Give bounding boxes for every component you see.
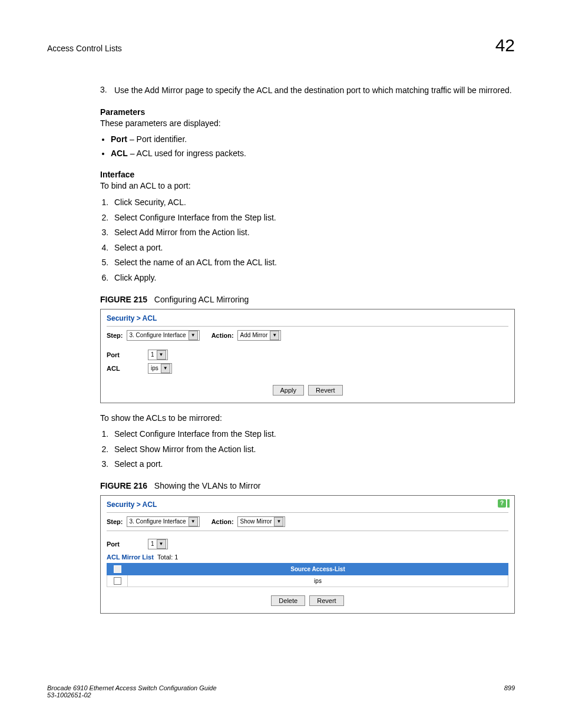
param-desc: – ACL used for ingress packets. [128, 149, 246, 158]
figure-216-panel: ? Security > ACL Step: 3. Configure Inte… [100, 495, 515, 614]
chevron-down-icon: ▼ [270, 331, 279, 340]
param-item: Port – Port identifier. [111, 134, 515, 146]
list-total: Total: 1 [157, 554, 178, 561]
chapter-number: 42 [495, 35, 515, 55]
step-select[interactable]: 3. Configure Interface ▼ [127, 516, 200, 527]
apply-button[interactable]: Apply [273, 385, 305, 396]
table-row: ips [107, 575, 508, 587]
figure-label: FIGURE 216 [100, 481, 147, 490]
footer-doc-id: 53-1002651-02 [47, 691, 217, 699]
step-number: 3. [100, 85, 114, 97]
port-label: Port [107, 541, 148, 548]
show-step: Select Show Mirror from the Action list. [111, 444, 515, 456]
list-title: ACL Mirror List [107, 554, 154, 561]
interface-heading: Interface [100, 170, 515, 179]
interface-step: Click Security, ACL. [111, 197, 515, 209]
interface-step: Click Apply. [111, 272, 515, 284]
breadcrumb: Security > ACL [101, 309, 514, 326]
acl-select-value: ips [151, 365, 158, 371]
show-intro: To show the ACLs to be mirrored: [100, 413, 515, 424]
interface-step: Select Add Mirror from the Action list. [111, 227, 515, 239]
show-step: Select Configure Interface from the Step… [111, 429, 515, 440]
interface-step: Select the name of an ACL from the ACL l… [111, 257, 515, 269]
parameters-heading: Parameters [100, 107, 515, 117]
row-checkbox[interactable] [114, 577, 121, 585]
step-select[interactable]: 3. Configure Interface ▼ [127, 330, 200, 341]
footer-doc-title: Brocade 6910 Ethernet Access Switch Conf… [47, 684, 217, 691]
revert-button[interactable]: Revert [308, 385, 342, 396]
param-item: ACL – ACL used for ingress packets. [111, 148, 515, 160]
revert-button[interactable]: Revert [309, 595, 343, 606]
port-label: Port [107, 351, 148, 358]
chevron-down-icon: ▼ [157, 350, 166, 360]
port-select-value: 1 [151, 351, 154, 358]
action-select[interactable]: Show Mirror ▼ [237, 516, 286, 527]
param-term: Port [111, 134, 127, 144]
interface-step: Select a port. [111, 242, 515, 254]
port-select[interactable]: 1 ▼ [148, 539, 168, 549]
chevron-down-icon: ▼ [274, 517, 283, 526]
row-value: ips [128, 575, 508, 587]
action-label: Action: [211, 518, 234, 525]
breadcrumb: Security > ACL [101, 496, 514, 512]
step-text: Use the Add Mirror page to specify the A… [114, 85, 515, 97]
chevron-down-icon: ▼ [189, 517, 198, 526]
figure-caption: Configuring ACL Mirroring [154, 295, 249, 304]
show-step: Select a port. [111, 459, 515, 470]
chevron-down-icon: ▼ [157, 539, 166, 549]
figure-caption: Showing the VLANs to Mirror [154, 481, 261, 490]
action-label: Action: [211, 332, 234, 339]
mirror-list-table: Source Access-List ips [107, 563, 508, 587]
step-label: Step: [107, 518, 123, 525]
running-header: Access Control Lists [47, 44, 122, 53]
chevron-down-icon: ▼ [189, 331, 198, 340]
port-select[interactable]: 1 ▼ [148, 350, 168, 360]
port-select-value: 1 [151, 541, 154, 547]
param-term: ACL [111, 149, 128, 158]
chevron-down-icon: ▼ [161, 364, 170, 373]
delete-button[interactable]: Delete [271, 595, 305, 606]
step-select-value: 3. Configure Interface [130, 518, 186, 525]
interface-step: Select Configure Interface from the Step… [111, 212, 515, 224]
action-select[interactable]: Add Mirror ▼ [237, 330, 282, 341]
select-all-checkbox[interactable] [114, 565, 121, 573]
parameters-intro: These parameters are displayed: [100, 118, 515, 130]
param-desc: – Port identifier. [127, 134, 187, 144]
page-number: 899 [504, 684, 515, 699]
interface-intro: To bind an ACL to a port: [100, 180, 515, 192]
acl-label: ACL [107, 365, 148, 372]
acl-select[interactable]: ips ▼ [148, 363, 172, 374]
step-select-value: 3. Configure Interface [130, 332, 186, 338]
col-header: Source Access-List [128, 563, 508, 575]
panel-edge-icon [507, 499, 510, 508]
figure-215-panel: Security > ACL Step: 3. Configure Interf… [100, 309, 515, 403]
action-select-value: Show Mirror [240, 518, 272, 525]
help-icon[interactable]: ? [498, 499, 506, 508]
figure-label: FIGURE 215 [100, 295, 147, 304]
step-label: Step: [107, 332, 123, 339]
action-select-value: Add Mirror [240, 332, 268, 338]
